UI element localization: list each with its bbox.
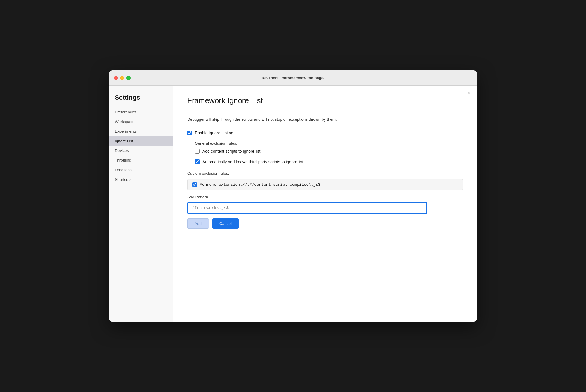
add-content-scripts-checkbox[interactable] [195,149,200,154]
button-row: Add Cancel [187,218,463,229]
auto-add-third-party-row: Automatically add known third-party scri… [195,159,463,164]
general-section-label: General exclusion rules: [195,141,463,145]
custom-rule-label[interactable]: ^chrome-extension://.*/content_script_co… [200,183,320,187]
sidebar-item-ignore-list[interactable]: Ignore List [109,136,173,146]
sidebar-item-locations[interactable]: Locations [109,165,173,175]
custom-rule-checkbox[interactable] [192,182,197,187]
add-pattern-section: Add Pattern Add Cancel [187,195,463,229]
sidebar-item-throttling[interactable]: Throttling [109,155,173,165]
titlebar-title: DevTools - chrome://new-tab-page/ [261,76,324,80]
auto-add-third-party-label[interactable]: Automatically add known third-party scri… [202,159,303,164]
close-button[interactable]: × [467,91,470,96]
enable-ignore-listing-row: Enable Ignore Listing [187,131,463,135]
devtools-window: DevTools - chrome://new-tab-page/ Settin… [109,70,477,322]
page-title: Framework Ignore List [187,96,463,105]
sidebar-item-experiments[interactable]: Experiments [109,126,173,136]
sidebar-item-devices[interactable]: Devices [109,146,173,155]
pattern-input[interactable] [187,202,427,214]
add-button[interactable]: Add [187,218,209,229]
close-traffic-light[interactable] [114,76,118,80]
titlebar: DevTools - chrome://new-tab-page/ [109,70,477,86]
general-rules-block: General exclusion rules: Add content scr… [187,141,463,164]
window-body: Settings Preferences Workspace Experimen… [109,86,477,322]
sidebar-heading: Settings [109,94,173,107]
enable-ignore-listing-checkbox[interactable] [187,131,192,135]
traffic-lights [114,76,131,80]
minimize-traffic-light[interactable] [120,76,124,80]
sidebar-item-shortcuts[interactable]: Shortcuts [109,175,173,184]
add-content-scripts-label[interactable]: Add content scripts to ignore list [202,149,260,154]
sidebar-item-preferences[interactable]: Preferences [109,107,173,117]
cancel-button[interactable]: Cancel [212,218,239,229]
maximize-traffic-light[interactable] [126,76,131,80]
section-divider [187,110,463,110]
main-content: × Framework Ignore List Debugger will sk… [173,86,477,322]
sidebar: Settings Preferences Workspace Experimen… [109,86,173,322]
page-description: Debugger will skip through the scripts a… [187,117,463,122]
add-pattern-label: Add Pattern [187,195,463,199]
auto-add-third-party-checkbox[interactable] [195,159,200,164]
sidebar-item-workspace[interactable]: Workspace [109,117,173,126]
add-content-scripts-row: Add content scripts to ignore list [195,149,463,154]
custom-rule-row: ^chrome-extension://.*/content_script_co… [187,179,463,190]
enable-ignore-listing-label[interactable]: Enable Ignore Listing [195,131,233,135]
custom-rules-section: Custom exclusion rules: ^chrome-extensio… [187,171,463,190]
custom-section-label: Custom exclusion rules: [187,171,463,176]
